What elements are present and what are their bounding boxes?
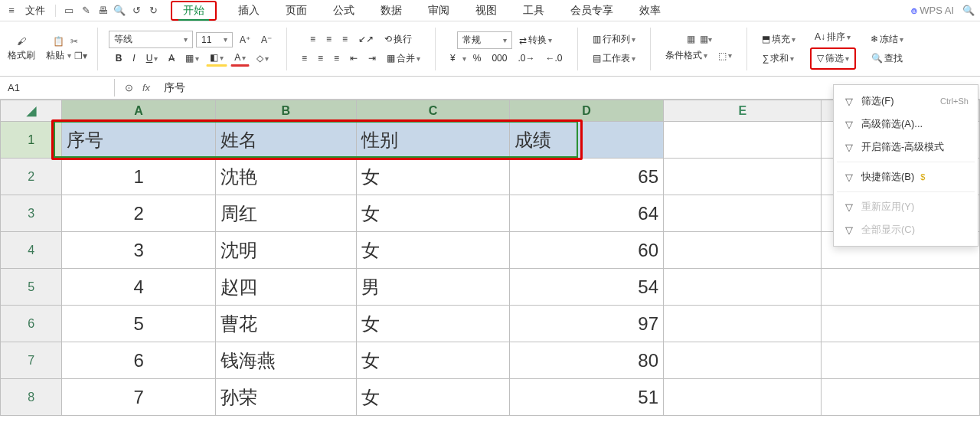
cell-A4[interactable]: 3 xyxy=(62,232,216,269)
tab-vip[interactable]: 会员专享 xyxy=(566,1,618,21)
row-header-5[interactable]: 5 xyxy=(1,269,62,306)
cell-F6[interactable] xyxy=(822,306,980,342)
cell-E8[interactable] xyxy=(664,379,822,416)
orientation-icon[interactable]: ↙↗ xyxy=(354,31,377,47)
filter-menu-advanced[interactable]: ▽ 高级筛选(A)... xyxy=(837,113,975,136)
copy-icon[interactable]: ❐▾ xyxy=(74,50,87,62)
cell-D3[interactable]: 64 xyxy=(510,195,664,232)
cell-C3[interactable]: 女 xyxy=(356,195,510,232)
cell-A5[interactable]: 4 xyxy=(62,269,216,306)
new-icon[interactable]: ▭ xyxy=(62,4,76,18)
cell-F7[interactable] xyxy=(822,342,980,379)
search-icon[interactable]: 🔍 xyxy=(962,4,975,18)
cell-A6[interactable]: 5 xyxy=(62,306,216,342)
menu-icon[interactable]: ≡ xyxy=(5,4,18,18)
paste-icon[interactable]: 📋 xyxy=(53,35,65,47)
row-header-1[interactable]: 1 xyxy=(1,122,62,159)
col-header-E[interactable]: E xyxy=(664,100,822,122)
formula-input[interactable]: 序号 xyxy=(158,78,191,98)
cell-E5[interactable] xyxy=(664,269,822,306)
number-format-select[interactable]: 常规▾ xyxy=(457,31,512,49)
border-button[interactable]: ▦▾ xyxy=(181,51,203,66)
fx-icon[interactable]: fx xyxy=(142,82,150,93)
filter-menu-quick[interactable]: ▽ 快捷筛选(B) $ xyxy=(837,165,975,188)
col-header-A[interactable]: A xyxy=(62,100,216,122)
dec-inc-icon[interactable]: .0→ xyxy=(514,51,538,66)
rowcol-button[interactable]: ▥ 行和列▾ xyxy=(589,31,639,48)
sort-button[interactable]: A↓ 排序▾ xyxy=(811,28,854,46)
align-middle-icon[interactable]: ≡ xyxy=(322,31,335,47)
format-brush-icon[interactable]: 🖌 xyxy=(15,35,28,47)
convert-button[interactable]: ⇄ 转换▾ xyxy=(515,31,556,49)
freeze-button[interactable]: ❄ 冻结▾ xyxy=(867,31,907,48)
cond-format-button[interactable]: 条件格式▾ xyxy=(662,47,711,64)
cell-C1[interactable]: 性别 xyxy=(356,122,510,159)
tab-start[interactable]: 开始 xyxy=(178,1,209,19)
cell-A1[interactable]: 序号 xyxy=(62,122,216,159)
cell-D8[interactable]: 51 xyxy=(510,379,664,416)
select-all-corner[interactable]: ◢ xyxy=(1,100,62,122)
tab-tools[interactable]: 工具 xyxy=(518,1,549,21)
filter-button[interactable]: ▽ 筛选 ▾ xyxy=(813,50,853,67)
filter-menu-filter[interactable]: ▽ 筛选(F) Ctrl+Sh xyxy=(837,90,975,113)
cell-C8[interactable]: 女 xyxy=(356,379,510,416)
tab-review[interactable]: 审阅 xyxy=(423,1,454,21)
cell-D6[interactable]: 97 xyxy=(510,306,664,342)
cell-D5[interactable]: 54 xyxy=(510,269,664,306)
strike-button[interactable]: A̶ xyxy=(165,51,178,66)
cell-E6[interactable] xyxy=(664,306,822,342)
cut-icon[interactable]: ✂ xyxy=(68,35,80,47)
align-center-icon[interactable]: ≡ xyxy=(314,51,327,66)
cell-A2[interactable]: 1 xyxy=(62,159,216,195)
merge-button[interactable]: ▦ 合并▾ xyxy=(383,50,424,67)
dec-font-icon[interactable]: A⁻ xyxy=(257,32,276,47)
tab-insert[interactable]: 插入 xyxy=(234,1,264,21)
row-header-3[interactable]: 3 xyxy=(1,195,62,232)
wrap-button[interactable]: ⟲ 换行 xyxy=(381,31,416,48)
tab-data[interactable]: 数据 xyxy=(376,1,407,21)
table-style-icon[interactable]: ▦ xyxy=(684,33,697,45)
name-box[interactable]: A1 xyxy=(0,79,115,96)
cell-B1[interactable]: 姓名 xyxy=(216,122,357,159)
print-icon[interactable]: 🖶 xyxy=(96,4,109,18)
fx-search-icon[interactable]: ⊙ xyxy=(122,82,135,94)
inc-font-icon[interactable]: A⁺ xyxy=(236,32,254,47)
row-header-2[interactable]: 2 xyxy=(1,159,62,195)
redo-icon[interactable]: ↻ xyxy=(146,4,160,18)
tab-formula[interactable]: 公式 xyxy=(328,1,359,21)
cell-D2[interactable]: 65 xyxy=(510,159,664,195)
cell-B4[interactable]: 沈明 xyxy=(216,232,357,269)
tab-view[interactable]: 视图 xyxy=(471,1,501,21)
col-header-D[interactable]: D xyxy=(510,100,664,122)
tab-efficiency[interactable]: 效率 xyxy=(635,1,665,21)
file-menu[interactable]: 文件 xyxy=(21,2,49,20)
clear-format-button[interactable]: ◇▾ xyxy=(253,51,273,66)
dec-dec-icon[interactable]: ←.0 xyxy=(541,51,566,66)
col-header-C[interactable]: C xyxy=(356,100,510,122)
cell-E3[interactable] xyxy=(664,195,822,232)
align-right-icon[interactable]: ≡ xyxy=(330,51,343,66)
row-header-8[interactable]: 8 xyxy=(1,379,62,416)
bold-button[interactable]: B xyxy=(112,51,126,66)
cell-F5[interactable] xyxy=(822,269,980,306)
cell-E4[interactable] xyxy=(664,232,822,269)
font-size-select[interactable]: 11▾ xyxy=(196,32,233,47)
align-left-icon[interactable]: ≡ xyxy=(298,51,311,66)
fill-button[interactable]: ⬒ 填充▾ xyxy=(758,31,799,48)
cell-D4[interactable]: 60 xyxy=(510,232,664,269)
filter-menu-advmode[interactable]: ▽ 开启筛选-高级模式 xyxy=(837,136,975,159)
format-table-icon[interactable]: ⬚▾ xyxy=(714,48,736,64)
find-button[interactable]: 🔍 查找 xyxy=(867,50,906,67)
sum-button[interactable]: ∑ 求和▾ xyxy=(759,50,799,67)
fill-color-button[interactable]: ◧▾ xyxy=(206,50,227,67)
cell-A3[interactable]: 2 xyxy=(62,195,216,232)
italic-button[interactable]: I xyxy=(129,51,139,66)
wps-ai-button[interactable]: ⌾ WPS AI xyxy=(911,5,954,16)
cell-B2[interactable]: 沈艳 xyxy=(216,159,357,195)
currency-button[interactable]: ¥ xyxy=(446,51,459,66)
cell-A8[interactable]: 7 xyxy=(62,379,216,416)
align-bottom-icon[interactable]: ≡ xyxy=(338,31,351,47)
cell-B5[interactable]: 赵四 xyxy=(216,269,357,306)
percent-button[interactable]: % xyxy=(469,51,485,66)
align-top-icon[interactable]: ≡ xyxy=(306,31,319,47)
